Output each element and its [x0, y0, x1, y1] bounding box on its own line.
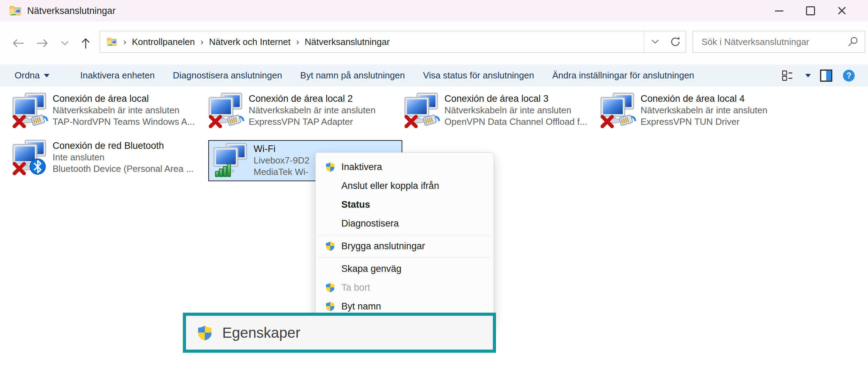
search-icon[interactable] — [847, 36, 859, 48]
search-input[interactable] — [701, 36, 845, 48]
help-button[interactable]: ? — [842, 69, 855, 82]
connection-item-bluetooth[interactable]: Conexión de red Bluetooth Inte ansluten … — [12, 139, 206, 176]
menu-item-label: Status — [341, 199, 370, 210]
refresh-button[interactable] — [665, 31, 685, 52]
connection-item-lan-2[interactable]: Conexión de área local 2 Nätverkskabeln … — [208, 92, 402, 129]
breadcrumb: Kontrollpanelen Nätverk och Internet Nät… — [118, 37, 390, 47]
menu-item-status[interactable]: Status — [316, 195, 494, 214]
menu-separator — [318, 257, 491, 258]
bluetooth-disconnected-icon — [12, 139, 48, 176]
search-box — [692, 31, 865, 53]
navigation-bar: Kontrollpanelen Nätverk och Internet Nät… — [0, 22, 868, 64]
close-button[interactable] — [826, 0, 858, 22]
connection-item-lan-3[interactable]: Conexión de área local 3 Nätverkskabeln … — [404, 92, 598, 129]
connection-item-lan-4[interactable]: Conexión de área local 4 Nätverkskabeln … — [600, 92, 794, 129]
window-title: Nätverksanslutningar — [27, 6, 116, 16]
connection-status: Nätverkskabeln är inte ansluten — [53, 105, 195, 116]
preview-pane-button[interactable] — [820, 69, 833, 82]
menu-item-label: Ta bort — [341, 282, 370, 293]
connection-item-lan-1[interactable]: Conexión de área local Nätverkskabeln är… — [12, 92, 206, 129]
lan-disconnected-icon — [404, 92, 440, 129]
menu-item-label: Skapa genväg — [341, 263, 402, 274]
command-toolbar: Ordna Inaktivera enheten Diagnostisera a… — [0, 64, 868, 86]
connection-status: Nätverkskabeln är inte ansluten — [249, 105, 375, 116]
connection-name: Conexión de área local 3 — [444, 93, 587, 105]
connection-device: Bluetooth Device (Personal Area ... — [53, 163, 194, 175]
uac-shield-icon — [325, 241, 335, 251]
preview-pane-icon — [820, 69, 833, 82]
address-divider — [644, 31, 644, 52]
connection-status: Nätverkskabeln är inte ansluten — [444, 105, 587, 116]
minimize-button[interactable] — [764, 0, 795, 22]
close-icon — [838, 7, 846, 15]
tiles-view-icon — [782, 69, 794, 82]
menu-item-egenskaper-callout[interactable]: Egenskaper — [183, 313, 496, 353]
wifi-connected-icon — [213, 143, 249, 179]
connection-status: Inte ansluten — [53, 152, 194, 163]
menu-item-skapa-genvag[interactable]: Skapa genväg — [316, 259, 494, 278]
uac-shield-icon — [196, 324, 213, 341]
menu-item-label: Anslut eller koppla ifrån — [341, 181, 439, 191]
network-folder-icon — [9, 4, 22, 17]
maximize-button[interactable] — [795, 0, 826, 22]
menu-separator — [318, 235, 491, 235]
recent-pages-button[interactable] — [61, 40, 69, 46]
lan-disconnected-icon — [12, 92, 48, 129]
connection-device: OpenVPN Data Channel Offload f... — [444, 116, 587, 128]
connection-device: TAP-NordVPN Teams Windows A... — [53, 116, 195, 128]
breadcrumb-item-natverk-och-internet[interactable]: Nätverk och Internet — [195, 37, 290, 47]
view-options-caret-icon[interactable] — [805, 74, 811, 77]
breadcrumb-item-kontrollpanelen[interactable]: Kontrollpanelen — [118, 37, 195, 47]
forward-button[interactable] — [36, 38, 49, 48]
menu-item-label: Byt namn — [341, 301, 381, 312]
menu-item-ta-bort[interactable]: Ta bort — [316, 278, 494, 297]
organize-label: Ordna — [15, 70, 40, 81]
app-window: Nätverksanslutningar Kontroll — [0, 0, 868, 382]
connection-status: Livebox7-9D2 — [254, 155, 309, 166]
view-status-button[interactable]: Visa status för anslutningen — [423, 70, 534, 81]
rename-connection-button[interactable]: Byt namn på anslutningen — [300, 70, 405, 81]
up-button[interactable] — [81, 37, 91, 49]
lan-disconnected-icon — [208, 92, 245, 129]
back-arrow-icon — [12, 38, 24, 48]
connection-name: Conexión de área local 2 — [249, 93, 375, 105]
connection-device: ExpressVPN TAP Adapter — [249, 116, 375, 128]
uac-shield-icon — [325, 301, 335, 312]
connection-name: Conexión de red Bluetooth — [53, 140, 194, 152]
menu-item-label: Diagnostisera — [341, 218, 399, 229]
uac-shield-icon — [325, 162, 335, 172]
address-bar[interactable]: Kontrollpanelen Nätverk och Internet Nät… — [100, 31, 686, 53]
connection-status: Nätverkskabeln är inte ansluten — [641, 105, 767, 116]
disable-device-button[interactable]: Inaktivera enheten — [80, 70, 155, 81]
address-folder-icon — [107, 36, 118, 47]
chevron-down-icon — [61, 40, 69, 46]
menu-item-label: Inaktivera — [341, 162, 382, 173]
minimize-icon — [775, 10, 783, 12]
connection-name: Conexión de área local 4 — [641, 93, 767, 105]
menu-item-anslut-eller-koppla-ifran[interactable]: Anslut eller koppla ifrån — [316, 176, 494, 195]
callout-label: Egenskaper — [222, 324, 300, 341]
organize-button[interactable]: Ordna — [15, 70, 49, 81]
change-settings-button[interactable]: Ändra inställningar för anslutningen — [552, 70, 694, 81]
lan-disconnected-icon — [600, 92, 636, 129]
menu-item-brygga-anslutningar[interactable]: Brygga anslutningar — [316, 237, 494, 255]
menu-item-inaktivera[interactable]: Inaktivera — [316, 158, 494, 176]
tiles-view-button[interactable] — [780, 68, 796, 83]
connection-name: Conexión de área local — [53, 93, 195, 105]
connection-name: Wi-Fi — [254, 143, 309, 155]
menu-item-label: Brygga anslutningar — [341, 241, 425, 252]
help-icon: ? — [842, 69, 855, 82]
address-dropdown-button[interactable] — [645, 31, 665, 52]
refresh-icon — [669, 36, 682, 48]
breadcrumb-item-natverksanslutningar[interactable]: Nätverksanslutningar — [290, 37, 390, 47]
menu-item-diagnostisera[interactable]: Diagnostisera — [316, 214, 494, 233]
titlebar: Nätverksanslutningar — [0, 0, 868, 22]
svg-text:?: ? — [846, 71, 851, 80]
connection-device: ExpressVPN TUN Driver — [641, 116, 767, 128]
maximize-icon — [806, 6, 815, 15]
forward-arrow-icon — [36, 38, 49, 48]
diagnose-connection-button[interactable]: Diagnostisera anslutningen — [173, 70, 282, 81]
back-button[interactable] — [12, 38, 24, 48]
connection-device: MediaTek Wi- — [254, 166, 309, 178]
context-menu: Inaktivera Anslut eller koppla ifrån Sta… — [315, 152, 494, 327]
